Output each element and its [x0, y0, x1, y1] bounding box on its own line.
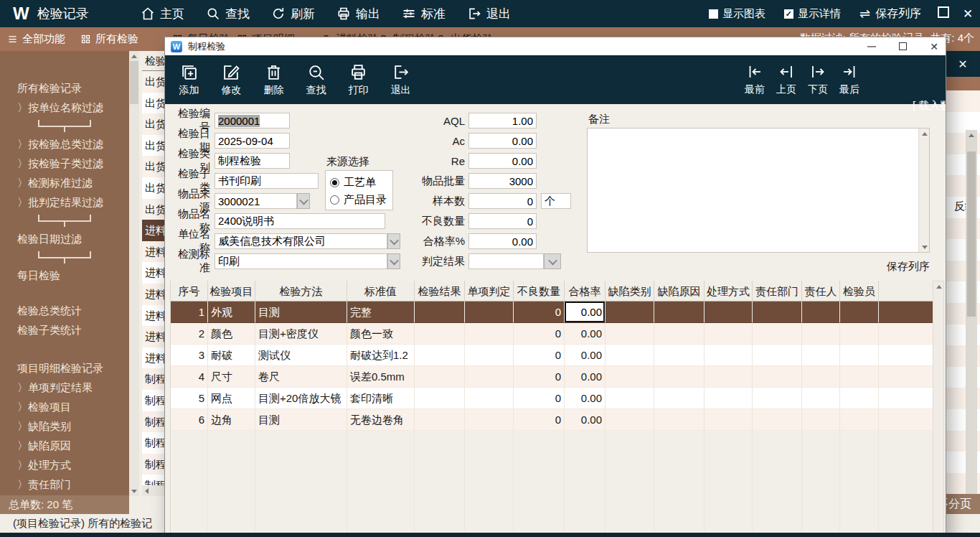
bg-list-row[interactable]: 进料	[142, 241, 166, 263]
memo-textarea[interactable]	[587, 128, 930, 253]
last-record-button[interactable]: 最后	[834, 55, 865, 104]
re-field[interactable]: 0.00	[468, 153, 537, 169]
cell-inspector[interactable]	[840, 302, 879, 323]
maximize-button[interactable]	[931, 6, 956, 21]
cell-standard[interactable]: 套印清晰	[347, 388, 415, 409]
grid-scrollbar[interactable]	[933, 281, 944, 537]
cell-judge[interactable]	[465, 323, 514, 345]
show-detail-checkbox[interactable]: 显示详情	[784, 7, 841, 21]
cell-no[interactable]: 6	[171, 409, 208, 431]
cell-extra[interactable]	[879, 366, 933, 388]
grid-column-header[interactable]: 检验方法	[255, 281, 347, 302]
cell-defect-qty[interactable]: 0	[514, 302, 565, 323]
cell-defect-cause[interactable]	[654, 366, 705, 388]
grid-column-header[interactable]: 检验项目	[208, 281, 255, 302]
ac-field[interactable]: 0.00	[468, 133, 537, 149]
cell-result[interactable]	[415, 302, 465, 323]
cell-result[interactable]	[415, 388, 465, 409]
cell-person[interactable]	[802, 366, 840, 388]
cell-defect-type[interactable]	[606, 409, 654, 431]
cell-pass-rate[interactable]: 0.00	[565, 366, 606, 388]
scroll-up-icon[interactable]	[129, 51, 139, 61]
cell-dept[interactable]	[753, 345, 802, 366]
cell-pass-rate[interactable]: 0.00	[565, 323, 606, 345]
menu-exit[interactable]: 退出	[467, 6, 511, 22]
cell-extra[interactable]	[879, 409, 933, 431]
cell-method[interactable]: 目测+20倍放大镜	[255, 388, 347, 409]
pass-rate-field[interactable]: 0.00	[468, 233, 537, 249]
cell-person[interactable]	[802, 345, 840, 366]
grid-column-header[interactable]	[879, 281, 933, 302]
cell-standard[interactable]: 无卷边卷角	[347, 409, 415, 431]
cell-no[interactable]: 3	[171, 345, 208, 366]
cell-defect-type[interactable]	[606, 366, 654, 388]
bg-list-row[interactable]: 制程	[142, 432, 166, 454]
cell-defect-type[interactable]	[606, 323, 654, 345]
quit-button[interactable]: 退出	[380, 55, 422, 104]
cell-standard[interactable]: 耐破达到1.2	[347, 345, 415, 366]
cell-item[interactable]: 颜色	[208, 323, 255, 345]
menu-home[interactable]: 主页	[141, 6, 184, 22]
cell-item[interactable]: 边角	[208, 409, 255, 431]
cell-handling[interactable]	[705, 388, 753, 409]
bg-list-row[interactable]: 出货	[142, 113, 166, 135]
bg-list-header[interactable]: 检验	[142, 51, 166, 71]
cell-item[interactable]: 尺寸	[208, 366, 255, 388]
cell-handling[interactable]	[705, 302, 753, 323]
cell-pass-rate[interactable]: 0.00	[565, 388, 606, 409]
sidebar-item-filter-by-result[interactable]: 〉批判定结果过滤	[0, 192, 129, 212]
cell-judge[interactable]	[465, 366, 514, 388]
delete-button[interactable]: 删除	[253, 55, 295, 104]
bg-list-row[interactable]: 制程	[142, 411, 166, 433]
cell-dept[interactable]	[753, 323, 802, 345]
menu-standard[interactable]: 标准	[402, 6, 446, 22]
judge-result-dropdown[interactable]	[544, 253, 561, 269]
cell-extra[interactable]	[879, 323, 933, 345]
cell-pass-rate[interactable]: 0.00	[565, 409, 606, 431]
cell-dept[interactable]	[753, 409, 802, 431]
bg-list-row[interactable]: 出货	[142, 135, 166, 157]
dialog-minimize-button[interactable]	[867, 46, 876, 47]
cell-defect-qty[interactable]: 0	[514, 366, 565, 388]
bg-list-row[interactable]: 出货	[142, 156, 166, 177]
cell-dept[interactable]	[753, 302, 802, 323]
cell-extra[interactable]	[879, 345, 933, 366]
bg-list-row[interactable]: 制程	[142, 390, 166, 411]
grid-column-header[interactable]: 检验结果	[415, 281, 465, 302]
sidebar-item-handling[interactable]: 〉处理方式	[0, 455, 129, 475]
sidebar-item-dept[interactable]: 〉责任部门	[0, 475, 129, 494]
grid-save-column-order[interactable]: 保存列序	[844, 260, 930, 274]
cell-result[interactable]	[415, 366, 465, 388]
cell-dept[interactable]	[753, 388, 802, 409]
cell-defect-cause[interactable]	[654, 388, 705, 409]
cell-defect-qty[interactable]: 0	[514, 388, 565, 409]
grid-row[interactable]: 4 尺寸 卷尺 误差0.5mm 0 0.00	[171, 366, 933, 388]
cell-standard[interactable]: 完整	[347, 302, 415, 323]
all-functions-button[interactable]: 全部功能	[7, 27, 65, 51]
cell-inspector[interactable]	[840, 323, 879, 345]
cell-judge[interactable]	[465, 409, 514, 431]
cell-handling[interactable]	[705, 409, 753, 431]
sidebar-scrollbar[interactable]	[129, 51, 139, 496]
cell-standard[interactable]: 误差0.5mm	[347, 366, 415, 388]
cell-extra[interactable]	[879, 302, 933, 323]
cell-defect-qty[interactable]: 0	[514, 409, 565, 431]
sidebar-item-detail-records[interactable]: 项目明细检验记录	[0, 358, 129, 378]
cell-no[interactable]: 1	[171, 302, 208, 323]
grid-column-header[interactable]: 单项判定	[465, 281, 514, 302]
dialog-maximize-button[interactable]	[899, 42, 907, 50]
bg-list-row[interactable]: 进料	[142, 262, 166, 284]
bg-list-row[interactable]: 进料	[142, 326, 166, 347]
defect-qty-field[interactable]: 0	[468, 213, 537, 229]
cell-defect-qty[interactable]: 0	[514, 323, 565, 345]
add-button[interactable]: 添加	[168, 55, 210, 104]
panel-close-button[interactable]: ✕	[946, 51, 980, 77]
scroll-up-icon[interactable]	[919, 129, 930, 139]
cell-standard[interactable]: 颜色一致	[347, 323, 415, 345]
sidebar-item-single-judgement[interactable]: 〉单项判定结果	[0, 378, 129, 397]
cell-result[interactable]	[415, 409, 465, 431]
cell-method[interactable]: 卷尺	[255, 366, 347, 388]
cell-person[interactable]	[802, 409, 840, 431]
scroll-down-icon[interactable]	[919, 242, 930, 252]
grid-column-header[interactable]: 合格率	[565, 281, 606, 302]
